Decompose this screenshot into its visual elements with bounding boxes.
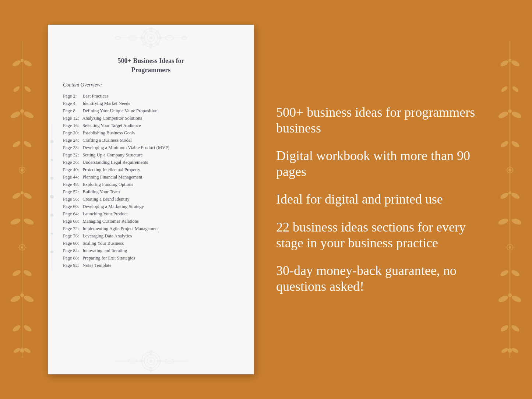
info-point-3: 22 business ideas sections for every sta… (276, 219, 484, 251)
svg-point-93 (50, 140, 53, 143)
svg-point-18 (12, 192, 22, 200)
svg-point-20 (21, 191, 24, 194)
svg-point-40 (511, 59, 521, 67)
svg-point-60 (509, 246, 511, 248)
doc-bottom-decoration (48, 348, 254, 374)
info-point-0: 500+ business ideas for programmers busi… (276, 105, 484, 136)
svg-point-65 (511, 269, 521, 277)
svg-point-85 (149, 43, 152, 49)
svg-point-55 (511, 192, 521, 200)
toc-item: Page 76: Leveraging Data Analytics (63, 232, 239, 240)
toc-item: Page 60: Developing a Marketing Strategy (63, 203, 239, 210)
toc-item: Page 72: Implementing Agile Project Mana… (63, 225, 239, 232)
svg-point-94 (51, 159, 53, 161)
document-preview: 500+ Business Ideas for Programmers Cont… (48, 25, 254, 374)
svg-point-71 (508, 348, 512, 353)
svg-point-1 (12, 59, 22, 67)
svg-point-58 (511, 218, 522, 226)
svg-line-16 (19, 167, 20, 168)
toc-item: Page 88: Preparing for Exit Strategies (63, 254, 239, 262)
toc-item: Page 44: Planning Financial Management (63, 173, 239, 181)
svg-point-98 (51, 233, 53, 235)
toc-item: Page 64: Launching Your Product (63, 210, 239, 218)
info-point-1: Digital workbook with more than 90 pages (276, 148, 484, 180)
svg-point-19 (23, 192, 33, 200)
svg-point-36 (13, 347, 21, 354)
svg-point-42 (500, 85, 508, 93)
svg-point-84 (149, 27, 152, 32)
toc-item: Page 24: Crafting a Business Model (63, 137, 239, 144)
svg-point-8 (20, 109, 24, 113)
toc-list: Page 2: Best PracticesPage 4: Identifyin… (63, 92, 239, 269)
svg-line-17 (24, 167, 25, 168)
svg-point-39 (500, 59, 510, 67)
svg-point-67 (511, 294, 522, 304)
svg-point-30 (10, 294, 21, 304)
svg-point-6 (10, 110, 21, 120)
svg-point-109 (149, 367, 152, 372)
svg-point-24 (21, 246, 23, 248)
svg-point-46 (508, 109, 512, 113)
svg-point-50 (508, 169, 511, 172)
toc-item: Page 4: Identifying Market Needs (63, 100, 239, 107)
svg-point-10 (23, 140, 33, 149)
svg-point-57 (497, 218, 509, 226)
svg-point-31 (23, 294, 34, 304)
toc-item: Page 48: Exploring Funding Options (63, 181, 239, 188)
toc-item: Page 20: Establishing Business Goals (63, 129, 239, 137)
svg-point-87 (156, 36, 162, 39)
svg-point-12 (21, 169, 24, 172)
svg-point-5 (24, 85, 32, 93)
svg-point-44 (497, 110, 509, 120)
svg-point-9 (12, 140, 22, 149)
svg-point-73 (511, 347, 519, 354)
svg-point-43 (511, 85, 519, 93)
svg-point-72 (501, 347, 509, 354)
svg-point-70 (511, 324, 521, 333)
svg-point-56 (508, 191, 511, 194)
toc-item: Page 8: Defining Your Unique Value Propo… (63, 107, 239, 114)
svg-point-68 (508, 293, 512, 297)
svg-point-2 (23, 59, 33, 67)
svg-point-41 (508, 59, 511, 62)
toc-item: Page 32: Setting Up a Company Structure (63, 151, 239, 159)
svg-point-111 (156, 360, 162, 363)
info-point-2: Ideal for digital and printed use (276, 191, 484, 207)
svg-point-7 (23, 110, 34, 120)
toc-item: Page 12: Analyzing Competitor Solutions (63, 114, 239, 122)
toc-item: Page 68: Managing Customer Relations (63, 218, 239, 225)
svg-point-35 (20, 348, 24, 353)
toc-item: Page 40: Protecting Intellectual Propert… (63, 166, 239, 173)
info-point-4: 30-day money-back guarantee, no question… (276, 263, 484, 294)
svg-point-22 (23, 218, 34, 226)
svg-point-4 (13, 85, 21, 93)
svg-point-32 (20, 293, 24, 297)
doc-side-ornament (48, 123, 56, 276)
svg-point-33 (12, 324, 22, 333)
document-title: 500+ Business Ideas for Programmers (63, 56, 239, 75)
info-panel: 500+ business ideas for programmers busi… (276, 97, 484, 302)
svg-point-48 (511, 140, 521, 149)
toc-item: Page 16: Selecting Your Target Audience (63, 122, 239, 129)
svg-point-34 (23, 324, 33, 333)
content-overview-label: Content Overview: (63, 82, 239, 88)
toc-item: Page 52: Building Your Team (63, 188, 239, 195)
svg-point-28 (12, 269, 22, 277)
svg-point-69 (500, 324, 510, 333)
floral-right-decoration (488, 0, 532, 399)
svg-point-54 (500, 192, 510, 200)
svg-point-21 (10, 218, 21, 226)
svg-point-66 (497, 294, 509, 304)
svg-point-29 (23, 269, 33, 277)
floral-left-decoration (0, 0, 44, 399)
svg-point-103 (149, 360, 152, 363)
toc-item: Page 84: Innovating and Iterating (63, 247, 239, 254)
svg-point-95 (50, 177, 53, 180)
toc-item: Page 56: Creating a Brand Identity (63, 195, 239, 203)
doc-top-decoration (48, 25, 254, 51)
svg-point-37 (23, 347, 31, 354)
svg-point-86 (140, 36, 145, 39)
document-title-area: 500+ Business Ideas for Programmers (63, 56, 239, 75)
svg-point-99 (50, 251, 53, 254)
svg-point-96 (50, 195, 54, 199)
